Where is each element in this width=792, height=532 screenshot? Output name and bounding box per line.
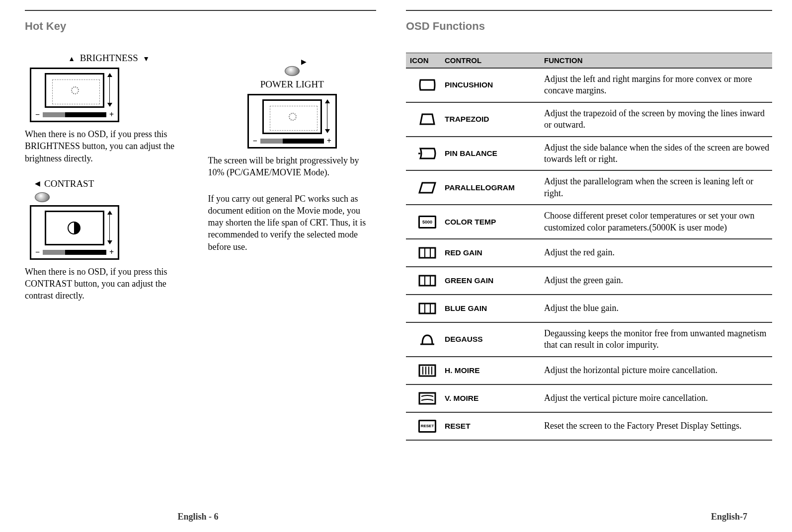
osd-function-text: Adjust the left and right margins for mo…	[544, 74, 770, 97]
top-rule	[406, 10, 772, 11]
osd-row: GREEN GAINAdjust the green gain.	[406, 267, 772, 295]
osd-control-name: V. MOIRE	[445, 394, 544, 403]
osd-function-text: Adjust the parallelogram when the screen…	[544, 176, 770, 199]
osd-row: BLUE GAINAdjust the blue gain.	[406, 295, 772, 323]
osd-control-name: RESET	[445, 422, 544, 431]
osd-function-text: Adjust the vertical picture moire cancel…	[544, 392, 770, 404]
osd-control-name: RED GAIN	[445, 248, 544, 257]
osd-control-name: PARALLELOGRAM	[445, 183, 544, 192]
redgain-icon	[410, 246, 445, 260]
osd-function-text: Adjust the red gain.	[544, 247, 770, 258]
osd-function-text: Adjust the trapezoid of the screen by mo…	[544, 108, 770, 131]
osd-row: PINCUSHIONAdjust the left and right marg…	[406, 69, 772, 103]
osd-control-name: BLUE GAIN	[445, 304, 544, 313]
osd-row: RED GAINAdjust the red gain.	[406, 239, 772, 267]
header-icon: ICON	[410, 56, 445, 65]
hotkey-col-left: ▲ BRIGHTNESS ▼ −+ When there is no OSD, …	[25, 53, 193, 316]
brightness-label: BRIGHTNESS	[80, 53, 138, 63]
powerlight-label: POWER LIGHT	[208, 79, 377, 90]
brightness-description: When there is no OSD, if you press this …	[25, 128, 193, 164]
degauss-icon	[410, 332, 445, 346]
colortemp-icon: 5000	[418, 216, 436, 228]
right-page: OSD Functions ICON CONTROL FUNCTION PINC…	[396, 0, 792, 532]
osd-function-text: Adjust the side balance when the sides o…	[544, 142, 770, 165]
osd-function-text: Degaussing keeps the monitor free from u…	[544, 328, 770, 351]
osd-function-text: Adjust the horizontal picture moire canc…	[544, 365, 770, 376]
hmoire-icon	[410, 364, 445, 378]
contrast-description: When there is no OSD, if you press this …	[25, 266, 193, 302]
osd-row: H. MOIREAdjust the horizontal picture mo…	[406, 357, 772, 385]
trapezoid-icon	[410, 112, 445, 126]
osd-row: TRAPEZOIDAdjust the trapezoid of the scr…	[406, 103, 772, 137]
powerlight-description-1: The screen will be bright progressively …	[208, 154, 377, 179]
contrast-osd-diagram: −+	[30, 205, 119, 260]
osd-row: 5000COLOR TEMPChoose different preset co…	[406, 205, 772, 239]
contrast-label-row: ◀ CONTRAST	[35, 178, 193, 189]
down-triangle-icon: ▼	[143, 55, 150, 63]
osd-control-name: GREEN GAIN	[445, 276, 544, 285]
osd-row: RESETRESETReset the screen to the Factor…	[406, 413, 772, 441]
knob-icon	[35, 192, 50, 202]
greengain-icon	[410, 274, 445, 288]
osd-function-text: Adjust the green gain.	[544, 275, 770, 286]
osd-function-text: Reset the screen to the Factory Preset D…	[544, 420, 770, 432]
left-page: Hot Key ▲ BRIGHTNESS ▼ −+ When there is …	[0, 0, 396, 532]
osd-control-name: TRAPEZOID	[445, 115, 544, 124]
osd-control-name: DEGAUSS	[445, 335, 544, 344]
powerlight-description-2: If you carry out general PC works such a…	[208, 193, 377, 253]
pinbalance-icon	[410, 147, 445, 160]
reset-icon: RESET	[418, 420, 436, 433]
osd-row: PIN BALANCEAdjust the side balance when …	[406, 137, 772, 171]
reset-icon: RESET	[410, 420, 445, 433]
powerlight-knob-row: ▶	[208, 58, 377, 76]
osd-control-name: COLOR TEMP	[445, 218, 544, 227]
osd-function-text: Choose different preset color temperatur…	[544, 210, 770, 233]
page-title: OSD Functions	[406, 20, 772, 33]
bluegain-icon	[410, 302, 445, 315]
osd-function-text: Adjust the blue gain.	[544, 303, 770, 314]
powerlight-osd-diagram: −+	[247, 94, 337, 149]
vmoire-icon	[410, 391, 445, 405]
hotkey-columns: ▲ BRIGHTNESS ▼ −+ When there is no OSD, …	[25, 53, 376, 316]
top-rule	[25, 10, 376, 11]
brightness-osd-diagram: −+	[30, 68, 119, 122]
parallelogram-icon	[410, 181, 445, 195]
knob-icon	[285, 66, 300, 76]
osd-functions-table: ICON CONTROL FUNCTION PINCUSHIONAdjust t…	[406, 53, 772, 441]
header-function: FUNCTION	[544, 56, 768, 65]
right-triangle-icon: ▶	[301, 58, 307, 66]
osd-control-name: PINCUSHION	[445, 80, 544, 89]
brightness-label-row: ▲ BRIGHTNESS ▼	[25, 53, 193, 64]
osd-row: V. MOIREAdjust the vertical picture moir…	[406, 385, 772, 413]
page-number: English-7	[711, 512, 747, 522]
left-triangle-icon: ◀	[35, 179, 40, 188]
osd-control-name: H. MOIRE	[445, 366, 544, 375]
colortemp-icon: 5000	[410, 216, 445, 228]
page-number: English - 6	[177, 512, 218, 522]
up-triangle-icon: ▲	[68, 55, 75, 63]
contrast-label: CONTRAST	[44, 178, 94, 189]
header-control: CONTROL	[445, 56, 544, 65]
page-title: Hot Key	[25, 20, 376, 33]
osd-control-name: PIN BALANCE	[445, 149, 544, 158]
osd-row: PARALLELOGRAMAdjust the parallelogram wh…	[406, 171, 772, 205]
pincushion-icon	[410, 78, 445, 92]
contrast-knob-row	[35, 192, 193, 202]
osd-row: DEGAUSSDegaussing keeps the monitor free…	[406, 323, 772, 357]
osd-table-header: ICON CONTROL FUNCTION	[406, 53, 772, 69]
hotkey-col-right: ▶ POWER LIGHT −+ The screen will be brig…	[208, 53, 377, 316]
